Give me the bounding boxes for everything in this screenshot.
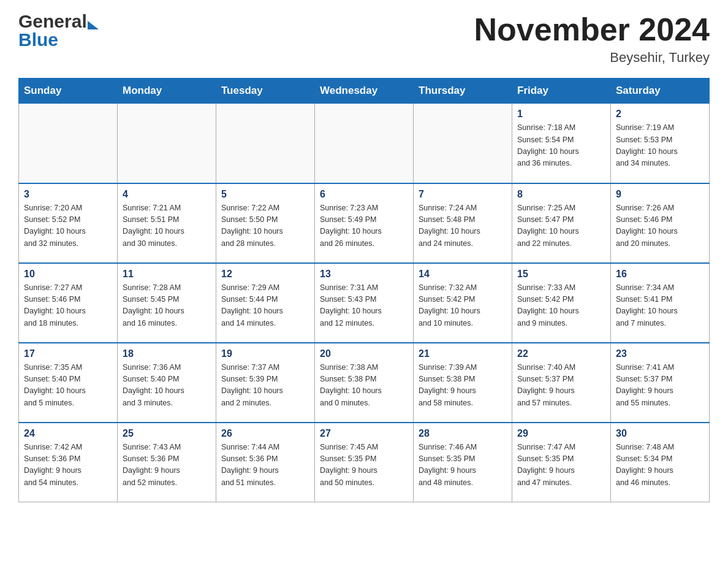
table-row: 26Sunrise: 7:44 AMSunset: 5:36 PMDayligh… — [216, 423, 315, 502]
table-row: 25Sunrise: 7:43 AMSunset: 5:36 PMDayligh… — [118, 423, 216, 502]
day-info: Sunrise: 7:46 AMSunset: 5:35 PMDaylight:… — [419, 442, 507, 489]
day-info: Sunrise: 7:24 AMSunset: 5:48 PMDaylight:… — [419, 202, 507, 250]
day-number: 30 — [616, 428, 704, 439]
col-thursday: Thursday — [414, 79, 512, 104]
table-row — [414, 104, 512, 183]
table-row: 3Sunrise: 7:20 AMSunset: 5:52 PMDaylight… — [19, 183, 118, 263]
table-row: 13Sunrise: 7:31 AMSunset: 5:43 PMDayligh… — [315, 263, 414, 343]
location-title: Beysehir, Turkey — [474, 50, 710, 66]
day-info: Sunrise: 7:39 AMSunset: 5:38 PMDaylight:… — [419, 362, 507, 410]
table-row: 6Sunrise: 7:23 AMSunset: 5:49 PMDaylight… — [315, 183, 414, 263]
col-sunday: Sunday — [19, 79, 118, 104]
day-number: 20 — [320, 348, 408, 359]
day-number: 19 — [221, 348, 309, 359]
day-number: 16 — [616, 269, 704, 280]
day-number: 29 — [517, 428, 605, 439]
calendar-week-row: 3Sunrise: 7:20 AMSunset: 5:52 PMDaylight… — [19, 183, 710, 263]
table-row: 11Sunrise: 7:28 AMSunset: 5:45 PMDayligh… — [118, 263, 216, 343]
table-row: 2Sunrise: 7:19 AMSunset: 5:53 PMDaylight… — [611, 104, 710, 183]
day-info: Sunrise: 7:33 AMSunset: 5:42 PMDaylight:… — [517, 282, 605, 330]
calendar-table: Sunday Monday Tuesday Wednesday Thursday… — [18, 78, 710, 502]
logo-arrow-icon — [88, 21, 99, 29]
day-number: 12 — [221, 269, 309, 280]
day-number: 9 — [616, 189, 704, 200]
day-number: 25 — [123, 428, 211, 439]
logo-general-text: General — [18, 12, 87, 31]
calendar-week-row: 1Sunrise: 7:18 AMSunset: 5:54 PMDaylight… — [19, 104, 710, 183]
day-info: Sunrise: 7:25 AMSunset: 5:47 PMDaylight:… — [517, 202, 605, 250]
day-info: Sunrise: 7:36 AMSunset: 5:40 PMDaylight:… — [123, 362, 211, 410]
logo: General Blue — [18, 12, 99, 49]
table-row — [315, 104, 414, 183]
day-info: Sunrise: 7:37 AMSunset: 5:39 PMDaylight:… — [221, 362, 309, 410]
day-number: 8 — [517, 189, 605, 200]
table-row: 21Sunrise: 7:39 AMSunset: 5:38 PMDayligh… — [414, 343, 512, 423]
table-row: 14Sunrise: 7:32 AMSunset: 5:42 PMDayligh… — [414, 263, 512, 343]
day-number: 27 — [320, 428, 408, 439]
day-info: Sunrise: 7:23 AMSunset: 5:49 PMDaylight:… — [320, 202, 408, 250]
table-row: 29Sunrise: 7:47 AMSunset: 5:35 PMDayligh… — [512, 423, 611, 502]
day-info: Sunrise: 7:18 AMSunset: 5:54 PMDaylight:… — [517, 122, 605, 170]
table-row: 30Sunrise: 7:48 AMSunset: 5:34 PMDayligh… — [611, 423, 710, 502]
day-info: Sunrise: 7:43 AMSunset: 5:36 PMDaylight:… — [123, 442, 211, 489]
day-info: Sunrise: 7:21 AMSunset: 5:51 PMDaylight:… — [123, 202, 211, 250]
table-row: 15Sunrise: 7:33 AMSunset: 5:42 PMDayligh… — [512, 263, 611, 343]
day-number: 3 — [24, 189, 112, 200]
day-number: 22 — [517, 348, 605, 359]
table-row: 22Sunrise: 7:40 AMSunset: 5:37 PMDayligh… — [512, 343, 611, 423]
col-tuesday: Tuesday — [216, 79, 315, 104]
day-info: Sunrise: 7:41 AMSunset: 5:37 PMDaylight:… — [616, 362, 704, 410]
day-info: Sunrise: 7:19 AMSunset: 5:53 PMDaylight:… — [616, 122, 704, 170]
day-number: 18 — [123, 348, 211, 359]
day-number: 24 — [24, 428, 112, 439]
day-number: 4 — [123, 189, 211, 200]
day-info: Sunrise: 7:40 AMSunset: 5:37 PMDaylight:… — [517, 362, 605, 410]
day-number: 11 — [123, 269, 211, 280]
table-row: 10Sunrise: 7:27 AMSunset: 5:46 PMDayligh… — [19, 263, 118, 343]
day-number: 28 — [419, 428, 507, 439]
calendar-week-row: 10Sunrise: 7:27 AMSunset: 5:46 PMDayligh… — [19, 263, 710, 343]
day-info: Sunrise: 7:28 AMSunset: 5:45 PMDaylight:… — [123, 282, 211, 330]
day-info: Sunrise: 7:22 AMSunset: 5:50 PMDaylight:… — [221, 202, 309, 250]
table-row: 7Sunrise: 7:24 AMSunset: 5:48 PMDaylight… — [414, 183, 512, 263]
day-info: Sunrise: 7:32 AMSunset: 5:42 PMDaylight:… — [419, 282, 507, 330]
table-row — [118, 104, 216, 183]
table-row: 8Sunrise: 7:25 AMSunset: 5:47 PMDaylight… — [512, 183, 611, 263]
day-number: 5 — [221, 189, 309, 200]
day-info: Sunrise: 7:31 AMSunset: 5:43 PMDaylight:… — [320, 282, 408, 330]
calendar-week-row: 17Sunrise: 7:35 AMSunset: 5:40 PMDayligh… — [19, 343, 710, 423]
table-row: 5Sunrise: 7:22 AMSunset: 5:50 PMDaylight… — [216, 183, 315, 263]
col-wednesday: Wednesday — [315, 79, 414, 104]
table-row — [19, 104, 118, 183]
table-row: 1Sunrise: 7:18 AMSunset: 5:54 PMDaylight… — [512, 104, 611, 183]
table-row — [216, 104, 315, 183]
table-row: 17Sunrise: 7:35 AMSunset: 5:40 PMDayligh… — [19, 343, 118, 423]
day-number: 17 — [24, 348, 112, 359]
day-number: 14 — [419, 269, 507, 280]
day-info: Sunrise: 7:48 AMSunset: 5:34 PMDaylight:… — [616, 442, 704, 489]
col-saturday: Saturday — [611, 79, 710, 104]
logo-blue-text: Blue — [18, 29, 58, 50]
day-number: 23 — [616, 348, 704, 359]
table-row: 9Sunrise: 7:26 AMSunset: 5:46 PMDaylight… — [611, 183, 710, 263]
day-number: 21 — [419, 348, 507, 359]
day-info: Sunrise: 7:20 AMSunset: 5:52 PMDaylight:… — [24, 202, 112, 250]
table-row: 12Sunrise: 7:29 AMSunset: 5:44 PMDayligh… — [216, 263, 315, 343]
table-row: 23Sunrise: 7:41 AMSunset: 5:37 PMDayligh… — [611, 343, 710, 423]
day-number: 7 — [419, 189, 507, 200]
table-row: 16Sunrise: 7:34 AMSunset: 5:41 PMDayligh… — [611, 263, 710, 343]
col-monday: Monday — [118, 79, 216, 104]
day-info: Sunrise: 7:44 AMSunset: 5:36 PMDaylight:… — [221, 442, 309, 489]
day-number: 10 — [24, 269, 112, 280]
table-row: 4Sunrise: 7:21 AMSunset: 5:51 PMDaylight… — [118, 183, 216, 263]
title-block: November 2024 Beysehir, Turkey — [474, 12, 710, 66]
col-friday: Friday — [512, 79, 611, 104]
day-info: Sunrise: 7:38 AMSunset: 5:38 PMDaylight:… — [320, 362, 408, 410]
table-row: 24Sunrise: 7:42 AMSunset: 5:36 PMDayligh… — [19, 423, 118, 502]
table-row: 28Sunrise: 7:46 AMSunset: 5:35 PMDayligh… — [414, 423, 512, 502]
table-row: 19Sunrise: 7:37 AMSunset: 5:39 PMDayligh… — [216, 343, 315, 423]
table-row: 27Sunrise: 7:45 AMSunset: 5:35 PMDayligh… — [315, 423, 414, 502]
day-info: Sunrise: 7:34 AMSunset: 5:41 PMDaylight:… — [616, 282, 704, 330]
page-header: General Blue November 2024 Beysehir, Tur… — [18, 12, 710, 66]
day-number: 13 — [320, 269, 408, 280]
